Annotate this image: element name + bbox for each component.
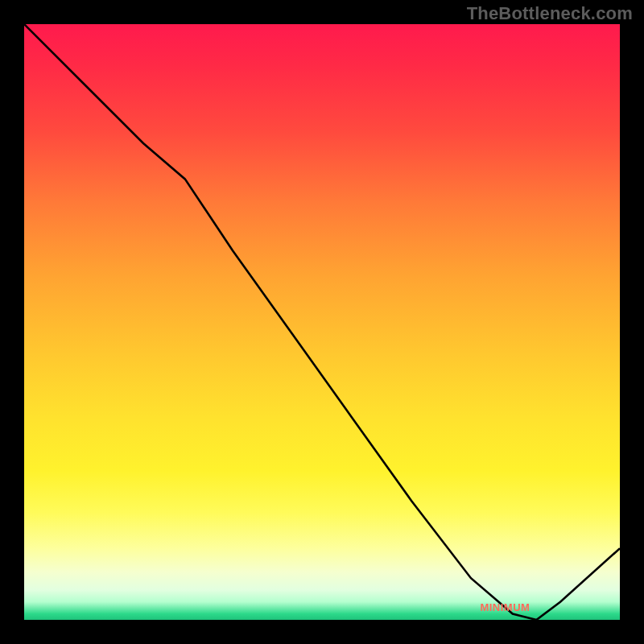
bottleneck-curve (24, 24, 620, 620)
curve-path (24, 24, 620, 620)
chart-frame: TheBottleneck.com MINIMUM (0, 0, 644, 644)
plot-area: MINIMUM (24, 24, 620, 620)
minimum-marker-label: MINIMUM (480, 601, 530, 613)
watermark-text: TheBottleneck.com (467, 3, 633, 24)
